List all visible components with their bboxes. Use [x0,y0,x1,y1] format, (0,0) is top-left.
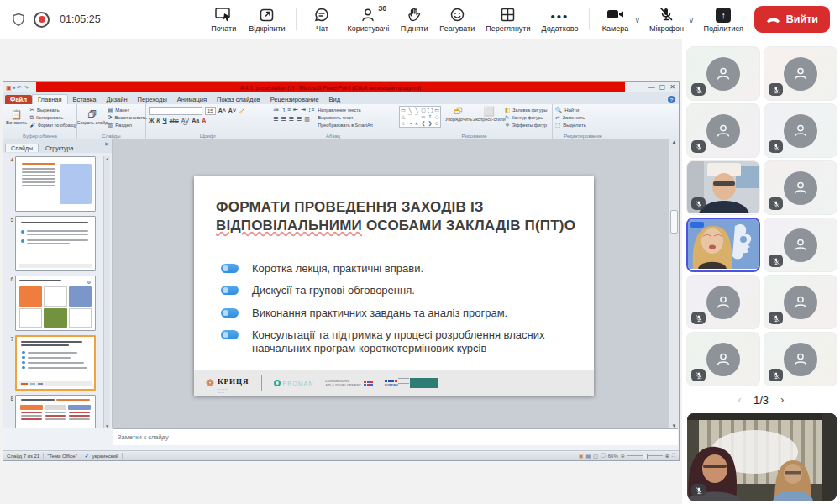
bold-button[interactable]: Ж [149,118,154,124]
char-spacing-icon[interactable]: A͜V [181,118,189,124]
reset-button[interactable]: Восстановить [114,114,146,121]
thumbnail-slide-6[interactable]: 6 ⚙ [5,276,103,331]
slide-thumbnail[interactable] [15,216,96,271]
replace-button[interactable]: Заменить [562,114,585,121]
notes-pane[interactable]: Заметки к слайду [113,428,678,445]
tab-transitions[interactable]: Переходы [133,95,172,104]
view-button[interactable]: Переглянути [486,6,530,33]
participant-tile-video[interactable] [686,160,760,215]
smartart-button[interactable]: Преобразовать в SmartArt [318,122,372,129]
undo-icon[interactable]: ↶ [17,85,22,91]
tab-slideshow[interactable]: Показ слайдов [212,95,265,104]
participant-tile[interactable] [764,103,837,158]
panel-close-icon[interactable]: ✕ [104,141,109,148]
font-color-button[interactable]: A [202,118,206,124]
slide-thumbnail[interactable] [15,156,96,212]
tab-view[interactable]: Вид [324,95,346,104]
next-page-chevron[interactable]: › [780,394,784,406]
shape-outline-button[interactable]: Контур фигуры [512,114,543,121]
justify-icon[interactable]: ☰ [297,116,302,123]
participant-tile[interactable] [686,332,760,386]
underline-button[interactable]: Ч [163,118,167,124]
fit-window-icon[interactable]: ⛶ [672,453,675,459]
thumbnail-slide-5[interactable]: 5 [5,216,103,271]
mic-button[interactable]: Мікрофон [649,6,684,33]
quick-access-toolbar[interactable]: ▣ ▪ ↶ ↷ [3,82,36,92]
view-normal-icon[interactable]: ▣ [579,453,584,459]
raise-hand-button[interactable]: Підняти [400,6,428,33]
recording-indicator-icon[interactable] [34,12,50,28]
tab-design[interactable]: Дизайн [101,95,132,104]
quick-styles-button[interactable]: ⬜ Экспресс-стили [476,106,501,122]
line-spacing-icon[interactable]: ↕≡ [308,107,315,113]
panel-scrollbar[interactable]: ▲▼ [103,156,110,428]
tab-animations[interactable]: Анимация [172,95,212,104]
align-left-icon[interactable]: ☰ [273,116,278,123]
participant-tile[interactable] [686,275,760,329]
italic-button[interactable]: К [156,118,160,124]
paste-button[interactable]: 📋 Вставить [6,106,27,129]
indent-decrease-icon[interactable]: ⇤ [293,107,298,113]
participant-tile[interactable] [686,103,760,158]
current-slide[interactable]: ФОРМАТИ ПРОВЕДЕННЯ ЗАХОДІВ ІЗ ВІДПОВІЛАЛ… [194,176,594,396]
view-sorter-icon[interactable]: ▤ [586,453,591,459]
text-direction-button[interactable]: Направление текста [318,107,360,113]
indent-increase-icon[interactable]: ⇥ [301,107,306,113]
participant-tile[interactable] [764,160,837,215]
active-speaker-tile[interactable] [686,218,760,272]
slide-scrollbar[interactable]: ▲ ▼ [669,139,679,428]
security-shield-icon[interactable] [12,13,25,27]
panel-tab-slides[interactable]: Слайды [5,144,39,152]
shape-fill-button[interactable]: Заливка фигуры [512,107,547,113]
clear-format-icon[interactable]: 🧹 [239,108,246,114]
view-reading-icon[interactable]: ▢ [593,453,598,459]
zoom-in-icon[interactable]: ⊕ [665,453,669,459]
status-language[interactable]: украинский [92,454,118,459]
layout-button[interactable]: Макет [115,107,129,113]
pinned-video-tile[interactable] [687,413,837,501]
find-button[interactable]: Найти [564,107,579,113]
tab-home[interactable]: Главная [32,94,68,104]
camera-options-chevron[interactable]: ∨ [634,14,640,24]
participant-tile[interactable] [764,46,837,101]
zoom-out-icon[interactable]: ⊖ [621,453,625,459]
scroll-up-icon[interactable]: ▲ [672,139,677,144]
participant-tile[interactable] [764,218,837,272]
chat-button[interactable]: Чат [307,6,336,33]
copy-button[interactable]: Копировать [36,114,63,121]
minimize-icon[interactable]: — [648,84,655,91]
participants-button[interactable]: 30 Користувачі [347,6,389,33]
zoom-percent[interactable]: 66% [608,454,618,459]
leave-button[interactable]: Вийти [754,6,830,33]
select-button[interactable]: Выделить [563,122,586,129]
thumbnail-slide-4[interactable]: 4 [5,156,103,212]
help-icon[interactable]: ? [668,96,675,103]
slide-thumbnail[interactable] [15,395,96,428]
tab-file[interactable]: Файл [5,95,32,104]
prev-page-chevron[interactable]: ‹ [738,394,742,406]
strikethrough-button[interactable]: abc [170,118,179,124]
save-icon[interactable]: ▪ [13,85,15,91]
participant-tile[interactable] [686,46,760,101]
shape-effects-button[interactable]: Эффекты фигур [512,122,547,129]
change-case-button[interactable]: Aa [192,118,199,124]
tab-insert[interactable]: Вставка [68,95,102,104]
participant-tile[interactable] [764,332,837,386]
cut-button[interactable]: Вырезать [37,107,60,113]
zoom-slider[interactable] [627,455,663,456]
numbering-icon[interactable]: ⒈≡ [281,107,291,113]
panel-tab-outline[interactable]: Структура [40,144,78,152]
thumbnail-slide-8[interactable]: 8 [5,395,103,428]
scrollbar-thumb[interactable] [670,210,678,234]
new-slide-button[interactable]: 🗇 Создать слайд [80,106,105,129]
align-text-button[interactable]: Выровнять текст [318,114,353,121]
columns-icon[interactable]: ▥ [304,116,310,123]
align-right-icon[interactable]: ☰ [289,116,294,123]
bullets-icon[interactable]: ≔ [273,107,279,113]
arrange-button[interactable]: 🗗 Упорядочить [444,106,473,122]
close-icon[interactable]: ✕ [669,84,675,91]
format-painter-button[interactable]: Формат по образцу [38,122,77,129]
maximize-icon[interactable]: ▢ [659,84,666,91]
shrink-font-icon[interactable]: A˅ [228,108,236,114]
shapes-gallery[interactable]: ▭╲╲▢◯▭ △⌒⌒⇨⇧◇ ☆〜∧❮❯✩ [399,106,441,128]
